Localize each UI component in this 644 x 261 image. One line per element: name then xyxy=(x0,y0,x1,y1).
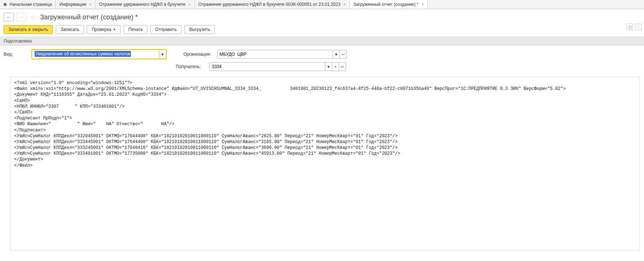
save-and-close-button[interactable]: Записать и закрыть xyxy=(4,25,53,34)
print-button[interactable]: Печать xyxy=(124,25,147,34)
send-button[interactable]: Отправить xyxy=(150,25,182,34)
xml-content-pane[interactable]: <?xml version="1.0" encoding="windows-12… xyxy=(10,77,640,251)
tab-label: Отражение удержанного НДФЛ в бухучете 00… xyxy=(198,2,341,7)
nav-back-button[interactable]: ← xyxy=(4,13,14,21)
tab-close-icon[interactable]: × xyxy=(421,2,423,7)
tab-0[interactable]: Начальная страница xyxy=(0,0,56,9)
status-bar: Подготовлено xyxy=(0,37,644,46)
tab-close-icon[interactable]: × xyxy=(188,2,190,7)
tab-3[interactable]: Отражение удержанного НДФЛ в бухучете 00… xyxy=(195,0,350,9)
tab-label: Начальная страница xyxy=(9,2,52,7)
check-button[interactable]: Проверка▼ xyxy=(87,25,121,34)
tab-4[interactable]: Загруженный отчет (создание) *× xyxy=(350,0,428,9)
save-to-disk-icon[interactable]: ▢ xyxy=(626,24,633,30)
tab-2[interactable]: Отражение удержанного НДФЛ в бухучете× xyxy=(96,0,195,9)
more-icon[interactable]: ⋮ xyxy=(635,24,642,30)
header-row: ← → ☆ Загруженный отчет (создание) * xyxy=(0,9,644,24)
home-icon xyxy=(3,2,7,7)
org-open-button[interactable]: ↩ xyxy=(340,50,347,59)
recv-dropdown-button[interactable]: ▼ xyxy=(325,62,332,71)
org-label: Организация: xyxy=(183,52,215,57)
form-area: Вид: Уведомление об исчисленных суммах н… xyxy=(0,46,644,75)
tab-1[interactable]: Информация× xyxy=(56,0,96,9)
page-title: Загруженный отчет (создание) * xyxy=(40,13,138,21)
tab-label: Загруженный отчет (создание) * xyxy=(353,2,418,7)
toolbar: Записать и закрыть Записать Проверка▼ Пе… xyxy=(0,24,644,37)
nav-forward-button: → xyxy=(16,13,26,21)
save-button[interactable]: Записать xyxy=(56,25,84,34)
recv-input-wrap: ▼ × ↩ xyxy=(209,62,346,71)
vid-input[interactable]: Уведомление об исчисленных суммах налого… xyxy=(32,50,159,58)
recv-input[interactable] xyxy=(209,62,325,71)
recv-open-button[interactable]: ↩ xyxy=(339,62,346,71)
tab-close-icon[interactable]: × xyxy=(344,2,346,7)
favorite-star-icon[interactable]: ☆ xyxy=(30,13,36,21)
org-dropdown-button[interactable]: ▼ xyxy=(333,50,340,59)
vid-input-wrap: Уведомление об исчисленных суммах налого… xyxy=(31,49,167,59)
vid-dropdown-button[interactable]: ▼ xyxy=(159,50,166,59)
tabs-bar: Начальная страницаИнформация×Отражение у… xyxy=(0,0,644,9)
recv-label: Получатель: xyxy=(176,64,207,69)
chevron-down-icon: ▼ xyxy=(113,28,116,31)
tab-label: Отражение удержанного НДФЛ в бухучете xyxy=(99,2,185,7)
org-input[interactable] xyxy=(217,50,333,59)
tab-close-icon[interactable]: × xyxy=(89,2,92,7)
header-right-icons: ▢ ⋮ xyxy=(626,24,642,30)
org-input-wrap: ▼ ↩ xyxy=(217,50,347,59)
recv-clear-button[interactable]: × xyxy=(332,62,339,71)
export-button[interactable]: Выгрузить xyxy=(185,25,215,34)
tab-label: Информация xyxy=(59,2,86,7)
vid-label: Вид: xyxy=(4,52,29,57)
